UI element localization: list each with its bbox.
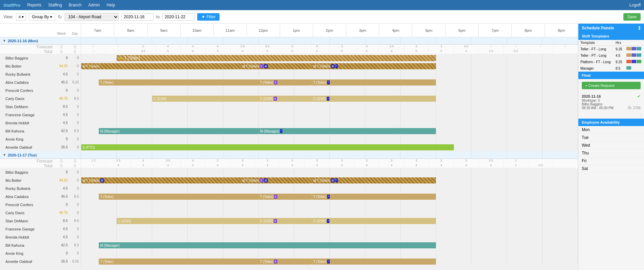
refresh-button[interactable]: ↻: [58, 14, 62, 20]
schedule-day-header-1: [81, 151, 578, 159]
nav-branch[interactable]: Branch: [69, 3, 82, 7]
nav-admin[interactable]: Admin: [88, 3, 100, 7]
shift-bar-1-3-0[interactable]: T (Teller): [99, 194, 258, 200]
emp-name: Carly Davis: [0, 211, 54, 215]
emp-row-left-1-0: Bilbo Baggins 9 0: [0, 168, 81, 176]
template-name-2: Platform - FT - Long: [578, 59, 614, 65]
emp-name: Mo Better: [0, 64, 54, 68]
shift-bar-1-11-2[interactable]: T (Teller)*: [312, 259, 436, 265]
template-row-0[interactable]: Teller - FT - Long 9.25: [578, 46, 644, 52]
emp-row-center-0-0: 🔒 T (Teller): [81, 54, 578, 62]
nav-help[interactable]: Help: [107, 3, 115, 7]
emp-name: Francene Garage: [0, 113, 54, 117]
shift-bar-1-9-0[interactable]: M (Manager): [99, 242, 436, 248]
template-row-2[interactable]: Platform - FT - Long 9.25: [578, 59, 644, 65]
date-from-input[interactable]: [121, 13, 154, 21]
shift-bar-1-11-1[interactable]: T (Teller)E: [259, 259, 312, 265]
avail-day-label: Tue: [582, 135, 589, 140]
main-layout: Week Day ▼2020-11-16 (Mon) Forecast Tota…: [0, 24, 644, 270]
day-header-0[interactable]: ▼2020-11-16 (Mon): [0, 37, 81, 45]
emp-name: Bilbo Baggins: [0, 170, 54, 174]
schedule-center[interactable]: 7am8am9am10am11am12pm1pm2pm3pm4pm5pm6pm7…: [81, 24, 578, 270]
shift-bar-locked-0-0[interactable]: 🔒 T (Teller): [117, 55, 436, 61]
shift-bar-0-11-0[interactable]: S (PTO): [81, 144, 454, 150]
shift-bar-0-1-1[interactable]: ⊠ T (Teller)E⊠: [241, 63, 312, 69]
brand-logo[interactable]: StaffPro: [3, 3, 21, 8]
shift-bar-0-9-1[interactable]: M (Manager)*: [259, 128, 436, 134]
shift-bar-1-3-2[interactable]: T (Teller)*: [312, 194, 436, 200]
emp-day-hours: 9: [69, 56, 81, 60]
shift-bar-1-11-0[interactable]: T (Teller): [99, 259, 258, 265]
day-header-1[interactable]: ▼2020-11-17 (Tue): [0, 151, 81, 159]
emp-row-left-0-5: Carly Davis 40.75 8.5: [0, 95, 81, 103]
emp-week-hours: 9: [54, 56, 69, 60]
shift-bar-1-1-0[interactable]: ⊠ T (Teller)⊠: [81, 177, 241, 183]
emp-row-left-1-2: Rocky Bullwink 4.5 0: [0, 185, 81, 193]
template-row-1[interactable]: Teller - PT - Long 4.5: [578, 52, 644, 59]
emp-day-hours: 8.5: [69, 195, 81, 198]
emp-week-hours: 9: [54, 251, 69, 255]
time-cell-9am: 9am: [147, 24, 181, 37]
emp-row-center-1-1: ⊠ T (Teller)⊠⊠ T (Teller)E⊠⊠ T (Teller)⊠…: [81, 176, 578, 185]
template-hrs-2: 9.25: [614, 59, 624, 65]
forecast-row-1: 1.53.543.54333333333333.5104444444444444…: [81, 159, 578, 168]
template-hrs-1: 4.5: [614, 52, 624, 59]
float-entry: 2020-11-16 ✔ Worktype: 3 Bilbo Baggins 0…: [578, 92, 644, 112]
emp-day-hours: 0: [69, 64, 81, 68]
emp-row-left-1-4: Prescott Confers 0 0: [0, 201, 81, 209]
groupby-button[interactable]: Group By ▾: [29, 13, 55, 21]
shift-bar-1-1-1[interactable]: ⊠ T (Teller)E⊠: [241, 177, 312, 183]
save-button[interactable]: Save: [623, 13, 641, 21]
time-cell-11am: 11am: [214, 24, 247, 37]
emp-day-hours: 0: [69, 170, 81, 174]
emp-row-center-0-8: [81, 119, 578, 127]
shift-bar-0-3-0[interactable]: T (Teller): [99, 79, 258, 85]
shift-bar-1-3-1[interactable]: T (Teller)E: [259, 194, 312, 200]
template-color-1: [624, 52, 644, 59]
shift-bar-0-3-1[interactable]: T (Teller)E: [259, 79, 312, 85]
shift-bar-0-9-0[interactable]: M (Manager): [99, 128, 258, 134]
schedule-panels-title: Schedule Panels: [582, 26, 614, 30]
time-cell-12pm: 12pm: [247, 24, 280, 37]
collapse-icon[interactable]: ⟫: [638, 26, 641, 30]
date-to-input[interactable]: [162, 13, 194, 21]
chevron-down-icon-2: ▾: [50, 15, 52, 19]
shift-bar-0-3-2[interactable]: T (Teller)*: [312, 79, 436, 85]
emp-row-left-0-11: Annette Oakleaf 26.5 8: [0, 143, 81, 151]
logoff-link[interactable]: Logoff: [629, 3, 641, 7]
schedule-rows: 0024443.53.533333.5333.50000004.55554555…: [81, 37, 578, 266]
emp-week-hours: 44.25: [54, 178, 69, 182]
shift-bar-1-6-2[interactable]: C (GSR)*: [312, 218, 436, 224]
nav-staffing[interactable]: Staffing: [48, 3, 62, 7]
forecast-label: Forecast: [37, 159, 52, 164]
groupby-label: Group By: [32, 15, 49, 19]
schedule-day-header-0: [81, 37, 578, 45]
shift-bar-1-1-2[interactable]: ⊠ T (Teller)⊠*: [312, 177, 436, 183]
emp-row-center-1-9: M (Manager): [81, 241, 578, 249]
shift-bar-1-6-0[interactable]: C (GSR): [117, 218, 259, 224]
toolbar: View: ≡ ▾ Group By ▾ ↻ 104 - Airport Roa…: [0, 10, 644, 24]
time-cell-1pm: 1pm: [280, 24, 313, 37]
emp-week-hours: 4.5: [54, 113, 69, 117]
location-select[interactable]: 104 - Airport Road: [65, 13, 119, 21]
create-request-button[interactable]: + Create Request: [582, 82, 641, 89]
shift-bar-0-1-0[interactable]: ⊠ T (Teller): [81, 63, 241, 69]
shift-bar-0-5-0[interactable]: C (GSR): [152, 96, 259, 102]
template-row-3[interactable]: Manager 8.5: [578, 65, 644, 72]
shift-bar-0-1-2[interactable]: ⊠ T (Teller)⊠*: [312, 63, 436, 69]
float-name: Bilbo Baggins: [582, 102, 641, 106]
total-label: Total: [44, 49, 52, 54]
emp-day-hours: 8.5: [69, 243, 81, 247]
nav-reports[interactable]: Reports: [27, 3, 42, 7]
emp-week-hours: 0: [54, 89, 69, 92]
emp-name: Brenda Hobbit: [0, 121, 54, 125]
filter-button[interactable]: ▼ Filter: [197, 13, 220, 21]
emp-day-hours: 8.5: [69, 129, 81, 133]
view-toggle-button[interactable]: ≡ ▾: [16, 13, 26, 21]
shift-bar-0-5-1[interactable]: C (GSR)E: [259, 96, 312, 102]
shift-bar-1-6-1[interactable]: C (GSR)E: [259, 218, 312, 224]
emp-name: Prescott Confers: [0, 203, 54, 207]
emp-day-hours: 0: [69, 72, 81, 76]
emp-row-center-0-3: T (Teller)T (Teller)ET (Teller)*: [81, 78, 578, 87]
shift-bar-0-5-2[interactable]: C (GSR)*: [312, 96, 436, 102]
